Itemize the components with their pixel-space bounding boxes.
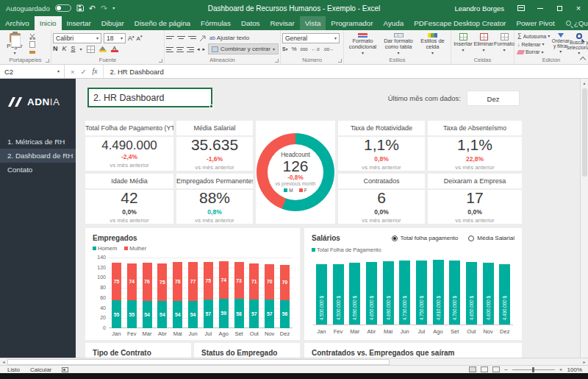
bar-segment-mulher[interactable]: 75: [112, 263, 121, 300]
salary-bar[interactable]: 4.500.000 $: [316, 264, 327, 325]
restore-button[interactable]: [550, 0, 569, 16]
align-top-icon[interactable]: [166, 35, 174, 41]
name-box[interactable]: C2▾: [0, 65, 65, 78]
vertical-scrollbar[interactable]: ▴: [580, 79, 588, 358]
bar-segment-homem[interactable]: 56: [280, 300, 290, 328]
align-right-icon[interactable]: [187, 46, 194, 52]
tab-f-rmulas[interactable]: Fórmulas: [196, 16, 236, 30]
tab-archivo[interactable]: Archivo: [0, 16, 35, 30]
bar-segment-mulher[interactable]: 71: [249, 263, 259, 300]
font-name-combo[interactable]: Calibri▾: [53, 33, 101, 43]
salary-bar[interactable]: 4.650.000 $: [466, 262, 477, 325]
scroll-left-icon[interactable]: ◂: [0, 358, 7, 365]
merge-center-button[interactable]: Combinar y centrar▾: [208, 43, 279, 54]
autosave-toggle[interactable]: [55, 4, 71, 12]
tab-revisar[interactable]: Revisar: [265, 16, 300, 30]
salary-bar[interactable]: 4.730.000 $: [399, 261, 410, 325]
vertical-scroll-thumb[interactable]: [582, 88, 587, 177]
bar-segment-homem[interactable]: 55: [112, 300, 121, 328]
increase-indent-icon[interactable]: ▸: [202, 46, 205, 52]
increase-decimal-icon[interactable]: ←.0: [312, 47, 320, 52]
tab-programador[interactable]: Programador: [326, 16, 378, 30]
italic-button[interactable]: K: [62, 46, 67, 52]
close-button[interactable]: ×: [569, 0, 588, 16]
zoom-out-icon[interactable]: −: [504, 366, 508, 373]
bar-segment-homem[interactable]: 57: [265, 300, 274, 328]
autosum-button[interactable]: ∑Autosuma▾: [517, 33, 550, 40]
font-dialog-launcher[interactable]: [159, 59, 162, 63]
format-as-table-button[interactable]: Dar formato como tabla▾: [380, 32, 417, 56]
delete-cells-button[interactable]: Eliminar▾: [473, 32, 494, 56]
page-break-view-icon[interactable]: [492, 366, 500, 372]
radio-total-payroll[interactable]: Total folha pagamento: [392, 235, 459, 241]
user-name[interactable]: Leandro Borges: [454, 4, 504, 13]
horizontal-scroll-thumb[interactable]: [7, 359, 390, 365]
cell-fill-handle[interactable]: [209, 105, 213, 108]
decrease-decimal-icon[interactable]: .00→: [323, 47, 334, 52]
salary-bar[interactable]: 4.810.000 $: [433, 260, 444, 325]
align-center-icon[interactable]: [176, 46, 184, 52]
page-layout-view-icon[interactable]: [481, 366, 488, 372]
conditional-formatting-button[interactable]: Formato condicional▾: [345, 32, 380, 56]
bar-segment-homem[interactable]: 57: [249, 300, 259, 328]
last-month-dropdown[interactable]: Dez: [467, 91, 520, 106]
decrease-indent-icon[interactable]: ◂: [197, 46, 200, 52]
normal-view-icon[interactable]: [469, 366, 476, 372]
tab-inicio[interactable]: Inicio: [35, 16, 62, 30]
tab-datos[interactable]: Datos: [236, 16, 265, 30]
bold-button[interactable]: N: [53, 46, 58, 52]
scroll-up-icon[interactable]: ▴: [581, 79, 588, 87]
save-icon[interactable]: [76, 4, 84, 12]
sidebar-item-1-m-tricas-de-rh[interactable]: 1. Métricas de RH: [0, 135, 76, 149]
cut-button[interactable]: [29, 33, 37, 40]
bar-segment-mulher[interactable]: 73: [234, 262, 244, 299]
salary-bar[interactable]: 4.500.000 $: [333, 264, 344, 325]
format-cells-button[interactable]: Formato▾: [494, 32, 514, 56]
bar-segment-mulher[interactable]: 75: [157, 263, 167, 301]
zoom-level[interactable]: 100%: [567, 366, 582, 373]
bar-segment-homem[interactable]: 54: [188, 301, 198, 328]
font-color-button[interactable]: A: [111, 46, 118, 52]
salary-bar[interactable]: 4.580.000 $: [349, 263, 360, 325]
bar-segment-mulher[interactable]: 77: [188, 262, 198, 301]
bar-segment-homem[interactable]: 54: [157, 301, 167, 328]
salary-bar[interactable]: 4.490.000 $: [499, 264, 510, 325]
tab-dibujar[interactable]: Dibujar: [96, 16, 129, 30]
redo-icon[interactable]: ↷: [101, 4, 107, 13]
format-painter-button[interactable]: [29, 49, 37, 55]
horizontal-scrollbar[interactable]: ◂ ▸: [0, 358, 588, 366]
find-select-button[interactable]: Buscar y seleccionar▾: [570, 32, 588, 56]
bar-segment-homem[interactable]: 54: [143, 301, 152, 328]
tab-power-pivot[interactable]: Power Pivot: [511, 16, 559, 30]
salary-bar[interactable]: 4.750.000 $: [416, 261, 427, 325]
undo-icon[interactable]: ↶: [89, 4, 96, 13]
scroll-right-icon[interactable]: ▸: [581, 358, 588, 365]
insert-cells-button[interactable]: Insertar▾: [453, 32, 473, 56]
zoom-slider-thumb[interactable]: [532, 367, 534, 372]
bar-segment-mulher[interactable]: 75: [204, 262, 213, 300]
cancel-icon[interactable]: ×: [71, 68, 75, 76]
align-bottom-icon[interactable]: [188, 35, 196, 41]
tab-ayuda[interactable]: Ayuda: [379, 16, 409, 30]
shrink-font-icon[interactable]: A▾: [137, 35, 143, 42]
ribbon-display-options-icon[interactable]: [512, 0, 531, 16]
salary-bar[interactable]: 4.600.000 $: [483, 263, 494, 325]
bar-segment-homem[interactable]: 55: [127, 300, 137, 328]
tab-vista[interactable]: Vista: [300, 16, 326, 30]
tab-insertar[interactable]: Insertar: [62, 16, 96, 30]
bar-segment-mulher[interactable]: 78: [173, 262, 182, 301]
salary-bar[interactable]: 4.650.000 $: [366, 262, 377, 325]
dashboard-title-cell[interactable]: 2. HR Dashboard: [87, 88, 212, 107]
wrap-text-button[interactable]: abAjustar texto: [209, 35, 249, 41]
tab-pdfescape-desktop-creator[interactable]: PDFescape Desktop Creator: [409, 16, 511, 30]
alignment-dialog-launcher[interactable]: [275, 59, 279, 63]
comma-style-icon[interactable]: 000: [301, 47, 308, 52]
bar-segment-mulher[interactable]: 70: [280, 265, 290, 300]
fill-button[interactable]: ↓Rellenar▾: [517, 41, 550, 48]
zoom-in-icon[interactable]: +: [559, 366, 563, 373]
enter-icon[interactable]: ✓: [81, 68, 87, 76]
salary-bar[interactable]: 4.680.000 $: [383, 261, 394, 325]
salary-bar[interactable]: 4.760.000 $: [449, 261, 460, 325]
orientation-icon[interactable]: [199, 35, 207, 42]
sidebar-item-contato[interactable]: Contato: [0, 163, 76, 177]
